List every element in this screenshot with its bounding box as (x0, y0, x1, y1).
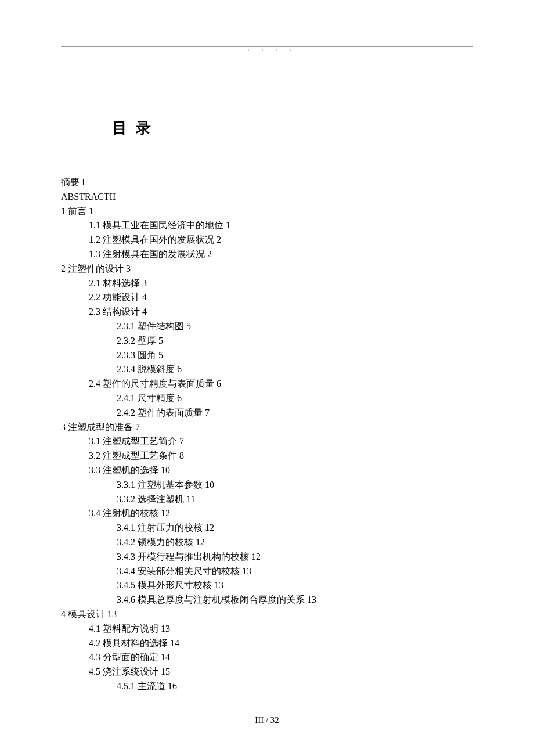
toc-entry: 2.2 功能设计 4 (61, 290, 473, 305)
toc-title: 目 录 (112, 116, 153, 139)
toc-entry: 2.1 材料选择 3 (61, 276, 473, 291)
toc-entry: 3.3.1 注塑机基本参数 10 (61, 478, 473, 492)
toc-entry: 摘要 I (61, 175, 473, 190)
toc-entry: 2.3.2 壁厚 5 (61, 334, 473, 348)
toc-entry: 3.4 注射机的校核 12 (61, 506, 473, 521)
toc-entry: 4.5 浇注系统设计 15 (61, 665, 473, 679)
toc-entry: 1.3 注射模具在国的发展状况 2 (61, 247, 473, 262)
toc-entry: 3.4.6 模具总厚度与注射机模板闭合厚度的关系 13 (61, 593, 473, 607)
page-footer: III / 32 (0, 714, 534, 727)
toc-entry: 4 模具设计 13 (61, 607, 473, 622)
toc-entry: 3.4.2 锁模力的校核 12 (61, 535, 473, 550)
toc-entry: 2 注塑件的设计 3 (61, 262, 473, 276)
toc-entry: 1.2 注塑模具在国外的发展状况 2 (61, 233, 473, 247)
toc-entry: ABSTRACTII (61, 190, 473, 204)
toc-entry: 2.3.1 塑件结构图 5 (61, 319, 473, 334)
toc-entry: 3.4.3 开模行程与推出机构的校核 12 (61, 550, 473, 564)
toc-list: 摘要 IABSTRACTII1 前言 11.1 模具工业在国民经济中的地位 11… (61, 175, 473, 694)
toc-entry: 4.3 分型面的确定 14 (61, 650, 473, 665)
toc-entry: 2.4 塑件的尺寸精度与表面质量 6 (61, 377, 473, 391)
toc-entry: 2.3.3 圆角 5 (61, 348, 473, 363)
toc-entry: 4.5.1 主流道 16 (61, 679, 473, 694)
toc-entry: 1 前言 1 (61, 204, 473, 219)
toc-entry: 4.1 塑料配方说明 13 (61, 622, 473, 636)
toc-entry: 2.3 结构设计 4 (61, 305, 473, 319)
toc-entry: 3.1 注塑成型工艺简介 7 (61, 434, 473, 449)
toc-entry: 4.2 模具材料的选择 14 (61, 636, 473, 651)
toc-entry: 3.2 注塑成型工艺条件 8 (61, 449, 473, 463)
toc-entry: 2.4.2 塑件的表面质量 7 (61, 406, 473, 420)
toc-entry: 3.4.4 安装部分相关尺寸的校核 13 (61, 564, 473, 579)
toc-entry: 3.3 注塑机的选择 10 (61, 463, 473, 478)
toc-entry: 3.3.2 选择注塑机 11 (61, 492, 473, 507)
toc-entry: 2.3.4 脱模斜度 6 (61, 362, 473, 377)
toc-entry: 3.4.5 模具外形尺寸校核 13 (61, 578, 473, 593)
toc-entry: 3 注塑成型的准备 7 (61, 420, 473, 435)
toc-entry: 1.1 模具工业在国民经济中的地位 1 (61, 218, 473, 233)
toc-entry: 3.4.1 注射压力的校核 12 (61, 521, 473, 535)
dot-decoration: . . . . (247, 44, 295, 53)
toc-entry: 2.4.1 尺寸精度 6 (61, 391, 473, 406)
